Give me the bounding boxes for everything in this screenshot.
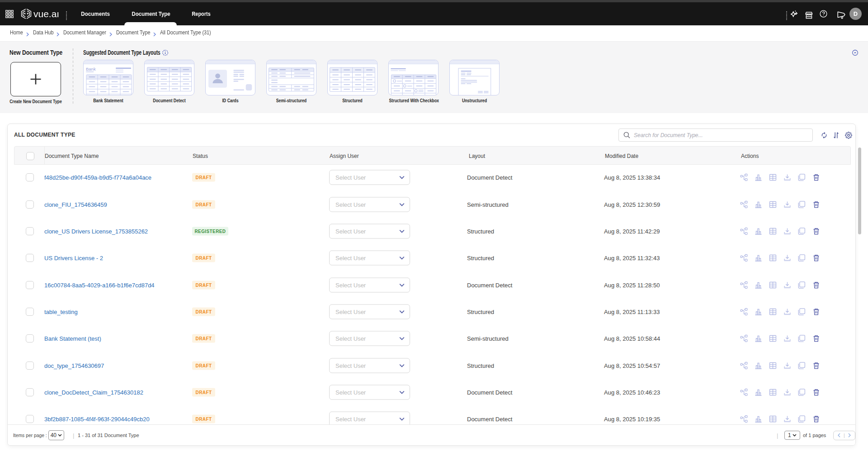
- svg-text:Bank: Bank: [86, 67, 96, 71]
